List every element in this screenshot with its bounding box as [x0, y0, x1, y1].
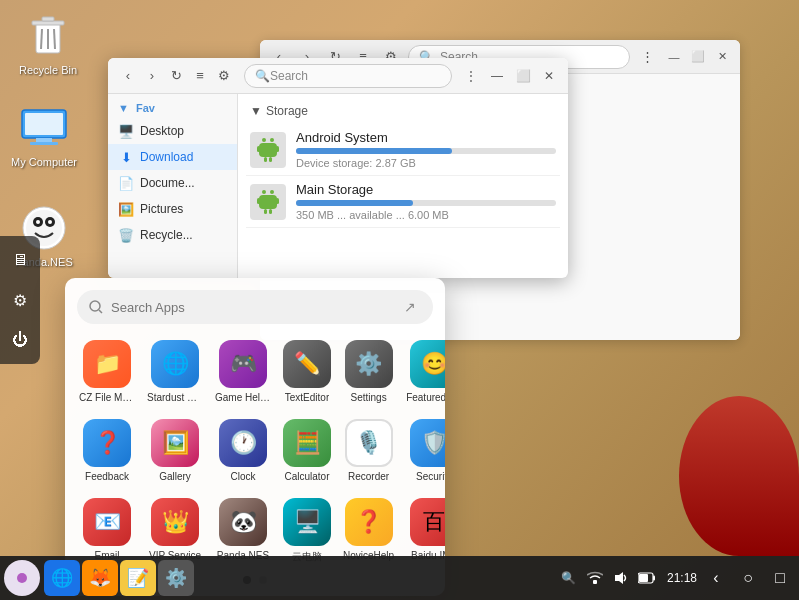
- svg-point-17: [270, 138, 274, 142]
- browser-minimize-btn[interactable]: —: [664, 47, 684, 67]
- tray-search-icon[interactable]: 🔍: [559, 568, 579, 588]
- taskbar-app-settings[interactable]: ⚙️: [158, 560, 194, 596]
- nav-back-btn[interactable]: ‹: [701, 560, 731, 596]
- fm-more-btn[interactable]: ⋮: [460, 65, 482, 87]
- svg-line-31: [99, 310, 102, 313]
- fm-sidebar-pictures[interactable]: 🖼️ Pictures: [108, 196, 237, 222]
- recycle-folder-icon: 🗑️: [118, 227, 134, 243]
- fm-sidebar-header: ▼ Fav: [108, 98, 237, 118]
- app-search-bar[interactable]: ↗: [77, 290, 433, 324]
- decorative-shape: [679, 396, 799, 556]
- tray-network-icon[interactable]: [585, 568, 605, 588]
- download-folder-icon: ⬇: [118, 149, 134, 165]
- app-icon-recorder: 🎙️: [345, 419, 393, 467]
- fm-settings-btn[interactable]: ⚙: [212, 64, 236, 88]
- browser-close-btn[interactable]: ✕: [712, 47, 732, 67]
- fm-refresh-btn[interactable]: ↻: [164, 64, 188, 88]
- app-label-cz-file: CZ File Man...: [79, 392, 135, 403]
- app-icon-cz-file: 📁: [83, 340, 131, 388]
- recycle-bin-label: Recycle Bin: [19, 64, 77, 76]
- app-item-settings[interactable]: ⚙️Settings: [341, 336, 396, 407]
- fm-main-content: ▼ Storage: [238, 94, 568, 278]
- app-item-game-helper[interactable]: 🎮Game Helper: [213, 336, 273, 407]
- app-item-clock[interactable]: 🕐Clock: [213, 415, 273, 486]
- desktop-folder-icon: 🖥️: [118, 123, 134, 139]
- desktop-icon-recycle-bin[interactable]: Recycle Bin: [8, 8, 88, 80]
- dock-btn-2[interactable]: ⚙: [4, 284, 36, 316]
- svg-line-5: [54, 29, 55, 49]
- app-item-cz-file[interactable]: 📁CZ File Man...: [77, 336, 137, 407]
- app-item-calculator[interactable]: 🧮Calculator: [281, 415, 333, 486]
- fm-android-system[interactable]: Android System Device storage: 2.87 GB: [246, 124, 560, 176]
- taskbar-app-browser[interactable]: 🌐: [44, 560, 80, 596]
- svg-rect-9: [30, 142, 58, 145]
- app-icon-texteditor: ✏️: [283, 340, 331, 388]
- app-item-security[interactable]: 🛡️Security: [404, 415, 445, 486]
- app-icon-pc: 🖥️: [283, 498, 331, 546]
- svg-point-33: [17, 573, 27, 583]
- fm-maximize-btn[interactable]: ⬜: [512, 65, 534, 87]
- browser-more-btn[interactable]: ⋮: [636, 46, 658, 68]
- app-icon-settings: ⚙️: [345, 340, 393, 388]
- android-storage-name: Android System: [296, 130, 556, 145]
- fm-main-storage[interactable]: Main Storage 350 MB ... available ... 6.…: [246, 176, 560, 228]
- svg-rect-37: [639, 574, 648, 582]
- fm-menu-btn[interactable]: ≡: [188, 64, 212, 88]
- fm-storage-header: ▼ Storage: [246, 102, 560, 120]
- app-label-calculator: Calculator: [284, 471, 329, 482]
- desktop-icon-my-computer[interactable]: My Computer: [4, 100, 84, 172]
- app-item-featured[interactable]: 😊Featured App: [404, 336, 445, 407]
- taskbar-app-fox[interactable]: 🦊: [82, 560, 118, 596]
- svg-rect-34: [593, 580, 597, 584]
- app-icon-vip: 👑: [151, 498, 199, 546]
- svg-rect-38: [653, 576, 655, 581]
- app-item-gallery[interactable]: 🖼️Gallery: [145, 415, 205, 486]
- svg-rect-27: [276, 198, 279, 204]
- pictures-folder-icon: 🖼️: [118, 201, 134, 217]
- browser-maximize-btn[interactable]: ⬜: [688, 47, 708, 67]
- fm-back-btn[interactable]: ‹: [116, 64, 140, 88]
- documents-folder-icon: 📄: [118, 175, 134, 191]
- nav-home-btn[interactable]: ○: [733, 560, 763, 596]
- fm-content: ▼ Fav 🖥️ Desktop ⬇ Download 📄 Docume... …: [108, 94, 568, 278]
- fm-close-btn[interactable]: ✕: [538, 65, 560, 87]
- svg-point-14: [36, 220, 40, 224]
- app-label-feedback: Feedback: [85, 471, 129, 482]
- tray-battery-icon[interactable]: [637, 568, 657, 588]
- taskbar: 🌐 🦊 📝 ⚙️ 🔍: [0, 556, 799, 600]
- dock-btn-3[interactable]: ⏻: [4, 324, 36, 356]
- app-icon-baidu: 百: [410, 498, 445, 546]
- app-item-feedback[interactable]: ❓Feedback: [77, 415, 137, 486]
- fm-sidebar-recycle[interactable]: 🗑️ Recycle...: [108, 222, 237, 248]
- desktop: Recycle Bin My Computer Panda.N: [0, 0, 799, 600]
- app-icon-novice: ❓: [345, 498, 393, 546]
- app-grid-row1: 📁CZ File Man...🌐Stardust Br...🎮Game Help…: [77, 336, 433, 568]
- nav-menu-btn[interactable]: □: [765, 560, 795, 596]
- svg-rect-8: [36, 138, 52, 142]
- taskbar-start-btn[interactable]: [4, 560, 40, 596]
- app-label-featured: Featured App: [406, 392, 445, 403]
- fm-forward-btn[interactable]: ›: [140, 64, 164, 88]
- taskbar-apps: 🌐 🦊 📝 ⚙️: [44, 560, 559, 596]
- taskbar-app-notes[interactable]: 📝: [120, 560, 156, 596]
- fm-minimize-btn[interactable]: —: [486, 65, 508, 87]
- svg-point-30: [90, 301, 100, 311]
- tray-volume-icon[interactable]: [611, 568, 631, 588]
- app-item-stardust[interactable]: 🌐Stardust Br...: [145, 336, 205, 407]
- fm-sidebar: ▼ Fav 🖥️ Desktop ⬇ Download 📄 Docume... …: [108, 94, 238, 278]
- app-item-recorder[interactable]: 🎙️Recorder: [341, 415, 396, 486]
- android-icon: [250, 132, 286, 168]
- svg-rect-21: [264, 157, 267, 162]
- fm-sidebar-desktop[interactable]: 🖥️ Desktop: [108, 118, 237, 144]
- app-search-input[interactable]: [111, 300, 391, 315]
- app-item-texteditor[interactable]: ✏️TextEditor: [281, 336, 333, 407]
- main-storage-bar: [296, 200, 556, 206]
- svg-line-3: [41, 29, 42, 49]
- fm-sidebar-download[interactable]: ⬇ Download: [108, 144, 237, 170]
- fm-sidebar-documents[interactable]: 📄 Docume...: [108, 170, 237, 196]
- svg-point-24: [270, 190, 274, 194]
- dock-btn-1[interactable]: 🖥: [4, 244, 36, 276]
- app-drawer-expand-btn[interactable]: ↗: [399, 296, 421, 318]
- fm-search-icon: 🔍: [255, 69, 270, 83]
- fm-search-bar[interactable]: 🔍 Search: [244, 64, 452, 88]
